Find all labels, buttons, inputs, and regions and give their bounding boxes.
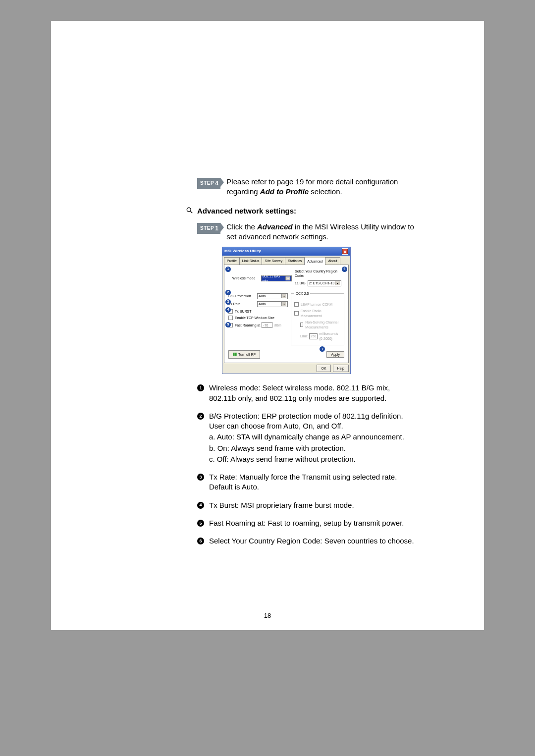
step1-badge: STEP1	[197, 223, 220, 234]
note-bullet: 5	[197, 520, 204, 527]
note-text: B/G Protection: ERP protection mode of 8…	[209, 411, 415, 464]
bg-protection-label: B/G Protection	[228, 294, 257, 298]
apply-button[interactable]: Apply	[326, 351, 344, 358]
turnoff-rf-button[interactable]: ▮▮ Turn off RF	[228, 350, 260, 359]
chevron-down-icon: ▾	[335, 281, 340, 285]
tab-about[interactable]: About	[325, 257, 340, 264]
tx-rate-label: Tx Rate	[228, 302, 257, 306]
marker-4: 4	[225, 307, 231, 313]
note-3: 3 Tx Rate: Manually force the Transmit u…	[197, 472, 415, 492]
fast-roaming-value[interactable]: -70	[262, 322, 272, 328]
document-page: STEP4 Please refer to page 19 for more d…	[51, 21, 484, 630]
note-1: 1 Wireless mode: Select wireless mode. 8…	[197, 383, 415, 403]
tab-site-survey[interactable]: Site Survey	[262, 257, 285, 264]
wireless-mode-label: Wireless mode	[232, 276, 261, 280]
note-text: Fast Roaming at: Fast to roaming, setup …	[209, 518, 415, 528]
step1-block: STEP1 Click the Advanced in the MSI Wire…	[197, 222, 415, 242]
chevron-down-icon: ▾	[285, 276, 290, 280]
marker-6: 6	[342, 267, 347, 272]
note-text: Select Your Country Region Code: Seven c…	[209, 536, 415, 546]
tab-strip: Profile Link Status Site Survey Statisti…	[224, 257, 349, 265]
tx-rate-select[interactable]: Auto▾	[257, 301, 288, 307]
step-label: STEP	[200, 225, 214, 232]
marker-1: 1	[225, 267, 231, 272]
tab-profile[interactable]: Profile	[224, 257, 240, 264]
svg-line-1	[190, 211, 192, 213]
svg-point-0	[187, 208, 191, 212]
advanced-panel: 1 6 Wireless mode 802.11 B/G mix▾ Select…	[224, 265, 349, 363]
page-number: 18	[264, 612, 271, 619]
note-text: Tx Burst: MSI proprietary frame burst mo…	[209, 500, 415, 510]
region-select[interactable]: 2: ETSI, CH1-13▾	[308, 280, 341, 286]
note-bullet: 6	[197, 538, 204, 544]
note-5: 5 Fast Roaming at: Fast to roaming, setu…	[197, 518, 415, 528]
note-bullet: 3	[197, 474, 204, 481]
marker-7: 7	[320, 346, 325, 352]
step4-text: Please refer to page 19 for more detail …	[226, 177, 415, 197]
msi-wireless-utility-dialog: MSI Wireless Utility × Profile Link Stat…	[222, 247, 351, 374]
note-bullet: 4	[197, 502, 204, 509]
note-text: Tx Rate: Manually force the Transmit usi…	[209, 472, 415, 492]
limit-value[interactable]: 250	[309, 333, 318, 339]
ok-button[interactable]: OK	[317, 365, 330, 372]
ccx-group-label: CCX 2.0	[294, 291, 310, 296]
step-num: 4	[215, 179, 218, 187]
help-button[interactable]: Help	[333, 365, 349, 372]
chevron-down-icon: ▾	[281, 302, 286, 306]
step-num: 1	[215, 224, 218, 232]
marker-5: 5	[225, 322, 231, 327]
marker-2: 2	[225, 290, 231, 295]
note-2: 2 B/G Protection: ERP protection mode of…	[197, 411, 415, 464]
dialog-body: Profile Link Status Site Survey Statisti…	[222, 256, 350, 374]
tab-link-status[interactable]: Link Status	[239, 257, 263, 264]
step4-badge: STEP4	[197, 178, 220, 189]
dialog-title: MSI Wireless Utility	[224, 249, 261, 254]
content-area: STEP4 Please refer to page 19 for more d…	[197, 177, 415, 546]
step1-text: Click the Advanced in the MSI Wireless U…	[226, 222, 415, 242]
magnifier-icon	[186, 207, 193, 214]
note-bullet: 1	[197, 384, 204, 391]
dialog-titlebar: MSI Wireless Utility ×	[222, 247, 350, 256]
radio-meas-checkbox[interactable]	[294, 311, 299, 316]
wireless-mode-select[interactable]: 802.11 B/G mix▾	[261, 275, 292, 281]
marker-3: 3	[225, 299, 231, 305]
step-label: STEP	[200, 180, 214, 187]
close-icon[interactable]: ×	[342, 248, 348, 255]
radio-icon: ▮▮	[233, 352, 237, 357]
bg-protection-select[interactable]: Auto▾	[257, 293, 288, 299]
notes-list: 1 Wireless mode: Select wireless mode. 8…	[197, 383, 415, 546]
leap-checkbox[interactable]	[294, 302, 299, 307]
tab-advanced[interactable]: Advanced	[304, 258, 325, 265]
section-heading-row: Advanced network settings:	[186, 206, 415, 216]
step4-block: STEP4 Please refer to page 19 for more d…	[197, 177, 415, 197]
tcp-window-checkbox[interactable]	[228, 316, 233, 320]
region-code-label: Select Your Country Region Code:	[295, 269, 344, 278]
note-4: 4 Tx Burst: MSI proprietary frame burst …	[197, 500, 415, 510]
chevron-down-icon: ▾	[281, 294, 286, 298]
note-bullet: 2	[197, 413, 204, 420]
nonserv-checkbox[interactable]	[300, 323, 303, 327]
note-6: 6 Select Your Country Region Code: Seven…	[197, 536, 415, 546]
tab-statistics[interactable]: Statistics	[285, 257, 305, 264]
note-text: Wireless mode: Select wireless mode. 802…	[209, 383, 415, 403]
section-title: Advanced network settings:	[197, 206, 296, 216]
